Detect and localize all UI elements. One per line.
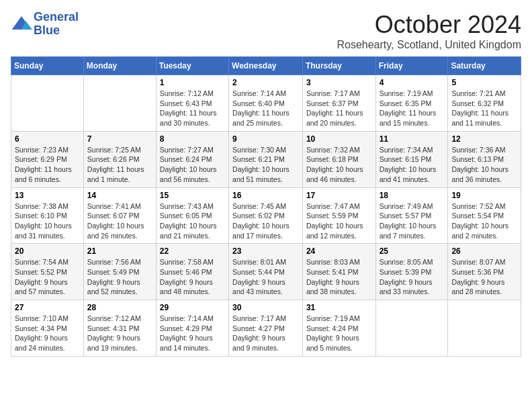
day-detail: Sunrise: 7:38 AM Sunset: 6:10 PM Dayligh…: [15, 201, 80, 241]
calendar-cell: 28Sunrise: 7:12 AM Sunset: 4:31 PM Dayli…: [83, 300, 156, 357]
day-number: 5: [451, 78, 517, 87]
day-detail: Sunrise: 7:17 AM Sunset: 6:37 PM Dayligh…: [306, 89, 372, 128]
calendar-cell: 8Sunrise: 7:27 AM Sunset: 6:24 PM Daylig…: [156, 131, 228, 187]
logo: General Blue: [11, 11, 79, 38]
day-detail: Sunrise: 7:49 AM Sunset: 5:57 PM Dayligh…: [380, 201, 445, 241]
day-detail: Sunrise: 7:36 AM Sunset: 6:13 PM Dayligh…: [451, 145, 517, 185]
calendar-cell: 19Sunrise: 7:52 AM Sunset: 5:54 PM Dayli…: [448, 187, 521, 244]
calendar-cell: 31Sunrise: 7:19 AM Sunset: 4:24 PM Dayli…: [302, 300, 375, 357]
calendar-cell: 24Sunrise: 8:03 AM Sunset: 5:41 PM Dayli…: [302, 244, 375, 300]
calendar-cell: 30Sunrise: 7:17 AM Sunset: 4:27 PM Dayli…: [229, 300, 303, 357]
day-detail: Sunrise: 8:03 AM Sunset: 5:41 PM Dayligh…: [306, 257, 372, 297]
day-detail: Sunrise: 8:07 AM Sunset: 5:36 PM Dayligh…: [451, 257, 517, 297]
day-number: 26: [451, 246, 517, 256]
col-header-tuesday: Tuesday: [156, 57, 228, 75]
calendar-cell: 26Sunrise: 8:07 AM Sunset: 5:36 PM Dayli…: [448, 244, 521, 300]
calendar-cell: 6Sunrise: 7:23 AM Sunset: 6:29 PM Daylig…: [11, 131, 84, 187]
calendar-table: SundayMondayTuesdayWednesdayThursdayFrid…: [11, 56, 521, 357]
title-area: October 2024 Rosehearty, Scotland, Unite…: [337, 11, 521, 51]
calendar-cell: [83, 75, 156, 132]
day-detail: Sunrise: 7:12 AM Sunset: 6:43 PM Dayligh…: [160, 89, 225, 128]
calendar-cell: 27Sunrise: 7:10 AM Sunset: 4:34 PM Dayli…: [11, 300, 84, 357]
location-title: Rosehearty, Scotland, United Kingdom: [337, 39, 521, 51]
day-detail: Sunrise: 7:34 AM Sunset: 6:15 PM Dayligh…: [380, 145, 445, 185]
calendar-cell: 25Sunrise: 8:05 AM Sunset: 5:39 PM Dayli…: [375, 244, 448, 300]
day-number: 3: [306, 78, 372, 87]
calendar-cell: 18Sunrise: 7:49 AM Sunset: 5:57 PM Dayli…: [375, 187, 448, 244]
calendar-cell: [448, 300, 521, 357]
day-number: 28: [87, 303, 152, 312]
calendar-cell: 11Sunrise: 7:34 AM Sunset: 6:15 PM Dayli…: [375, 131, 448, 187]
day-number: 6: [15, 134, 80, 144]
day-detail: Sunrise: 7:54 AM Sunset: 5:52 PM Dayligh…: [15, 257, 80, 297]
day-number: 15: [160, 191, 225, 200]
day-detail: Sunrise: 7:56 AM Sunset: 5:49 PM Dayligh…: [87, 257, 152, 297]
calendar-cell: 22Sunrise: 7:58 AM Sunset: 5:46 PM Dayli…: [156, 244, 228, 300]
day-number: 12: [451, 134, 517, 144]
week-row-4: 20Sunrise: 7:54 AM Sunset: 5:52 PM Dayli…: [11, 244, 521, 300]
day-number: 13: [15, 191, 80, 200]
day-number: 4: [380, 78, 445, 87]
day-number: 19: [451, 191, 517, 200]
calendar-cell: 15Sunrise: 7:43 AM Sunset: 6:05 PM Dayli…: [156, 187, 228, 244]
day-number: 31: [306, 303, 372, 312]
day-number: 30: [232, 303, 299, 312]
day-detail: Sunrise: 7:30 AM Sunset: 6:21 PM Dayligh…: [232, 145, 299, 185]
day-detail: Sunrise: 7:12 AM Sunset: 4:31 PM Dayligh…: [87, 314, 152, 353]
calendar-cell: 20Sunrise: 7:54 AM Sunset: 5:52 PM Dayli…: [11, 244, 84, 300]
logo-text: General Blue: [34, 11, 79, 38]
calendar-cell: 21Sunrise: 7:56 AM Sunset: 5:49 PM Dayli…: [83, 244, 156, 300]
calendar-cell: 12Sunrise: 7:36 AM Sunset: 6:13 PM Dayli…: [448, 131, 521, 187]
day-detail: Sunrise: 7:19 AM Sunset: 6:35 PM Dayligh…: [380, 89, 445, 128]
calendar-cell: 1Sunrise: 7:12 AM Sunset: 6:43 PM Daylig…: [156, 75, 228, 132]
day-detail: Sunrise: 7:25 AM Sunset: 6:26 PM Dayligh…: [87, 145, 152, 185]
calendar-cell: 16Sunrise: 7:45 AM Sunset: 6:02 PM Dayli…: [229, 187, 303, 244]
calendar-cell: 13Sunrise: 7:38 AM Sunset: 6:10 PM Dayli…: [11, 187, 84, 244]
calendar-cell: [11, 75, 84, 132]
calendar-cell: 23Sunrise: 8:01 AM Sunset: 5:44 PM Dayli…: [229, 244, 303, 300]
day-number: 22: [160, 246, 225, 256]
day-detail: Sunrise: 7:23 AM Sunset: 6:29 PM Dayligh…: [15, 145, 80, 185]
day-detail: Sunrise: 7:52 AM Sunset: 5:54 PM Dayligh…: [451, 201, 517, 241]
header-row: SundayMondayTuesdayWednesdayThursdayFrid…: [11, 57, 521, 75]
calendar-cell: 14Sunrise: 7:41 AM Sunset: 6:07 PM Dayli…: [83, 187, 156, 244]
day-detail: Sunrise: 7:14 AM Sunset: 6:40 PM Dayligh…: [232, 89, 299, 128]
month-title: October 2024: [337, 11, 521, 39]
day-detail: Sunrise: 7:58 AM Sunset: 5:46 PM Dayligh…: [160, 257, 225, 297]
day-number: 2: [232, 78, 299, 87]
day-number: 7: [87, 134, 152, 144]
calendar-cell: 17Sunrise: 7:47 AM Sunset: 5:59 PM Dayli…: [302, 187, 375, 244]
col-header-thursday: Thursday: [302, 57, 375, 75]
page-header: General Blue October 2024 Rosehearty, Sc…: [11, 11, 521, 51]
day-number: 16: [232, 191, 299, 200]
day-number: 8: [160, 134, 225, 144]
day-detail: Sunrise: 7:45 AM Sunset: 6:02 PM Dayligh…: [232, 201, 299, 241]
day-number: 20: [15, 246, 80, 256]
week-row-3: 13Sunrise: 7:38 AM Sunset: 6:10 PM Dayli…: [11, 187, 521, 244]
day-detail: Sunrise: 7:17 AM Sunset: 4:27 PM Dayligh…: [232, 314, 299, 353]
col-header-sunday: Sunday: [11, 57, 84, 75]
calendar-cell: 5Sunrise: 7:21 AM Sunset: 6:32 PM Daylig…: [448, 75, 521, 132]
day-number: 17: [306, 191, 372, 200]
col-header-friday: Friday: [375, 57, 448, 75]
calendar-cell: 3Sunrise: 7:17 AM Sunset: 6:37 PM Daylig…: [302, 75, 375, 132]
day-number: 27: [15, 303, 80, 312]
calendar-cell: 29Sunrise: 7:14 AM Sunset: 4:29 PM Dayli…: [156, 300, 228, 357]
day-number: 10: [306, 134, 372, 144]
calendar-cell: [375, 300, 448, 357]
day-detail: Sunrise: 7:43 AM Sunset: 6:05 PM Dayligh…: [160, 201, 225, 241]
day-number: 18: [380, 191, 445, 200]
week-row-1: 1Sunrise: 7:12 AM Sunset: 6:43 PM Daylig…: [11, 75, 521, 132]
day-detail: Sunrise: 7:19 AM Sunset: 4:24 PM Dayligh…: [306, 314, 372, 353]
day-number: 25: [380, 246, 445, 256]
day-number: 1: [160, 78, 225, 87]
calendar-cell: 9Sunrise: 7:30 AM Sunset: 6:21 PM Daylig…: [229, 131, 303, 187]
calendar-cell: 10Sunrise: 7:32 AM Sunset: 6:18 PM Dayli…: [302, 131, 375, 187]
day-detail: Sunrise: 8:05 AM Sunset: 5:39 PM Dayligh…: [380, 257, 445, 297]
col-header-monday: Monday: [83, 57, 156, 75]
day-number: 24: [306, 246, 372, 256]
day-detail: Sunrise: 7:10 AM Sunset: 4:34 PM Dayligh…: [15, 314, 80, 353]
col-header-saturday: Saturday: [448, 57, 521, 75]
calendar-cell: 2Sunrise: 7:14 AM Sunset: 6:40 PM Daylig…: [229, 75, 303, 132]
day-number: 29: [160, 303, 225, 312]
